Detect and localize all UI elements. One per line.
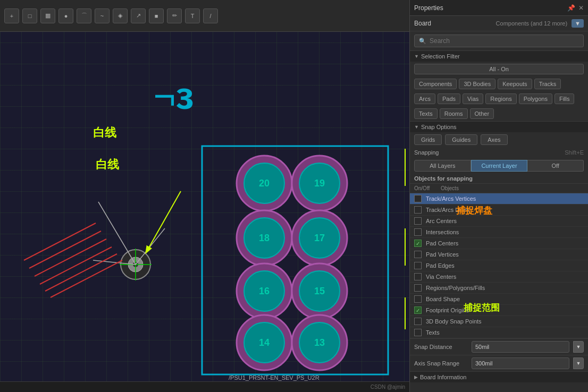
axes-button[interactable]: Axes <box>481 134 507 145</box>
tool-pointer[interactable]: + <box>4 8 19 23</box>
checkbox-3d-body-snap[interactable] <box>414 318 422 325</box>
chip-fills[interactable]: Fills <box>555 93 575 104</box>
checkbox-via-centers[interactable] <box>414 273 422 280</box>
checkbox-pad-edges[interactable] <box>414 262 422 269</box>
snap-item-board-shape: Board Shape <box>410 294 588 305</box>
tool-target[interactable]: ◈ <box>113 8 128 23</box>
axis-snap-range-row: Axis Snap Range ▼ <box>410 355 588 371</box>
section-arrow-board-info: ▶ <box>414 374 418 380</box>
snap-item-intersections: Intersections <box>410 227 588 238</box>
snap-item-footprint-origins: Footprint Origins <box>410 305 588 316</box>
pad-17-label: 17 <box>314 233 325 243</box>
checkbox-regions-polygons-fills[interactable] <box>414 284 422 292</box>
chips-row: Components 3D Bodies Keepouts Tracks <box>410 76 588 91</box>
tool-grid[interactable]: ▦ <box>40 8 55 23</box>
checkbox-arc-centers[interactable] <box>414 217 422 225</box>
all-on-button[interactable]: All - On <box>414 64 584 74</box>
col-onoff-header: On/Off <box>414 185 441 191</box>
snap-distance-label: Snap Distance <box>414 344 467 350</box>
checkbox-pad-centers[interactable] <box>414 240 422 247</box>
close-panel-icon[interactable]: ✕ <box>578 4 584 12</box>
tool-circle[interactable]: ● <box>58 8 73 23</box>
pcb-canvas[interactable]: + □ ▦ ● ⌒ ~ ◈ ↗ ■ ✏ T / ε⌐ 20 19 18 <box>0 0 409 392</box>
snap-label-footprint-origins: Footprint Origins <box>426 307 584 313</box>
pad-13-label: 13 <box>314 337 325 348</box>
snap-options-header[interactable]: ▼ Snap Options <box>410 121 588 132</box>
snapping-label: Snapping <box>414 149 439 156</box>
component-ref-label: /PSU1_PRSNT-EN_SEV_PS_U2R <box>229 374 320 381</box>
chips-row-3: Texts Rooms Other <box>410 106 588 121</box>
toggle-all-layers[interactable]: All Layers <box>414 160 471 172</box>
grids-button[interactable]: Grids <box>414 134 442 145</box>
tool-wave[interactable]: ~ <box>95 8 110 23</box>
snap-item-3d-body-snap: 3D Body Snap Points <box>410 316 588 327</box>
chip-vias[interactable]: Vias <box>463 93 483 104</box>
chip-pads[interactable]: Pads <box>438 93 460 104</box>
board-information-header[interactable]: ▶ Board Information <box>410 371 588 382</box>
checkbox-board-shape[interactable] <box>414 295 422 303</box>
snap-item-via-centers: Via Centers <box>410 271 588 283</box>
search-input[interactable] <box>430 37 579 45</box>
snap-label-board-shape: Board Shape <box>426 296 584 302</box>
selection-filter-label: Selection Filter <box>421 53 460 59</box>
snap-item-pad-edges: Pad Edges <box>410 260 588 271</box>
axis-snap-dropdown[interactable]: ▼ <box>573 357 584 369</box>
checkbox-pad-vertices[interactable] <box>414 251 422 258</box>
tool-text[interactable]: T <box>185 8 200 23</box>
checkbox-intersections[interactable] <box>414 228 422 236</box>
snap-distance-dropdown[interactable]: ▼ <box>573 341 584 353</box>
toggle-current-layer[interactable]: Current Layer <box>471 160 528 172</box>
chips-row-2: Arcs Pads Vias Regions Polygons Fills <box>410 91 588 106</box>
filter-button[interactable]: ▼ <box>572 19 584 28</box>
chip-tracks[interactable]: Tracks <box>534 79 561 89</box>
board-row: Board Components (and 12 more) ▼ <box>410 16 588 31</box>
selection-filter-header[interactable]: ▼ Selection Filter <box>410 50 588 62</box>
chip-3d-bodies[interactable]: 3D Bodies <box>459 79 495 89</box>
svg-line-1 <box>40 247 112 284</box>
chip-texts[interactable]: Texts <box>414 108 438 119</box>
svg-line-2 <box>29 231 101 268</box>
tool-fill[interactable]: ■ <box>149 8 164 23</box>
snap-distance-row: Snap Distance ▼ <box>410 338 588 355</box>
tool-rect[interactable]: □ <box>22 8 37 23</box>
guides-button[interactable]: Guides <box>445 134 477 145</box>
snap-label-via-centers: Via Centers <box>426 274 584 280</box>
chip-arcs[interactable]: Arcs <box>414 93 435 104</box>
axis-snap-range-input[interactable] <box>472 357 569 369</box>
pad-20-label: 20 <box>259 178 270 189</box>
chip-keepouts[interactable]: Keepouts <box>498 79 532 89</box>
chip-components[interactable]: Components <box>414 79 457 89</box>
snap-label-intersections: Intersections <box>426 229 584 235</box>
chip-polygons[interactable]: Polygons <box>519 93 552 104</box>
snap-item-texts: Texts <box>410 327 588 338</box>
components-text: Components (and 12 more) <box>435 20 567 27</box>
snapping-shortcut: Shift+E <box>565 149 584 156</box>
tool-arc[interactable]: ⌒ <box>77 8 91 23</box>
checkbox-texts[interactable] <box>414 329 422 336</box>
trace-1 <box>98 202 136 265</box>
svg-line-3 <box>24 223 96 260</box>
axis-snap-range-label: Axis Snap Range <box>414 360 467 367</box>
snap-label-pad-vertices: Pad Vertices <box>426 251 584 258</box>
checkbox-track-arcs-vertices[interactable] <box>414 195 422 202</box>
chip-regions[interactable]: Regions <box>485 93 516 104</box>
properties-panel: Properties 📌 ✕ Board Components (and 12 … <box>409 0 588 392</box>
pcb-text-element: ε⌐ <box>154 74 194 117</box>
snap-distance-input[interactable] <box>472 341 569 353</box>
tool-line[interactable]: / <box>203 8 218 23</box>
chip-other[interactable]: Other <box>470 108 494 119</box>
snap-options-buttons: Grids Guides Axes <box>410 132 588 147</box>
snap-label-track-arcs-vertices: Track/Arcs Vertices <box>426 195 584 202</box>
pin-icon[interactable]: 📌 <box>567 4 575 12</box>
chip-rooms[interactable]: Rooms <box>440 108 468 119</box>
tool-pencil[interactable]: ✏ <box>167 8 182 23</box>
checkbox-footprint-origins[interactable] <box>414 306 422 314</box>
checkbox-track-arcs-lines[interactable] <box>414 206 422 214</box>
pad-14-label: 14 <box>259 337 270 348</box>
snap-label-regions-polygons-fills: Regions/Polygons/Fills <box>426 285 584 291</box>
snap-label-pad-edges: Pad Edges <box>426 262 584 269</box>
toggle-off[interactable]: Off <box>527 160 584 172</box>
panel-title: Properties <box>414 4 443 12</box>
tool-arrow[interactable]: ↗ <box>131 8 146 23</box>
hatch-component <box>24 223 122 297</box>
